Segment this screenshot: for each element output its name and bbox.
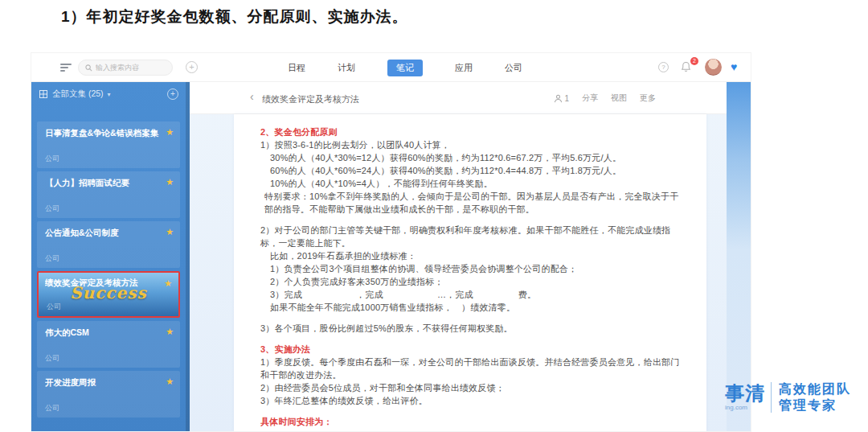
app-window: + 日程 计划 笔记 应用 公司 2 <box>31 52 751 432</box>
star-icon[interactable] <box>166 177 174 187</box>
back-icon[interactable] <box>250 90 254 103</box>
doc-line: 2）由经营委员会5位成员，对干部和全体同事给出绩效反馈； <box>260 381 684 394</box>
notebook-subtitle: 公司 <box>45 154 59 164</box>
notebook-item-great-csm[interactable]: 伟大的CSM 公司 <box>37 321 180 368</box>
nav-tabs: 日程 计划 笔记 应用 公司 <box>288 53 522 82</box>
members-count: 1 <box>564 94 569 103</box>
search-box[interactable] <box>78 60 173 76</box>
blank-line <box>260 335 684 343</box>
notification-badge: 2 <box>690 57 698 65</box>
notebook-item-announcements[interactable]: 公告通知&公司制度 公司 <box>37 221 180 268</box>
bell-icon <box>681 61 691 72</box>
doc-line: 3）年终汇总整体的绩效反馈，给出评价。 <box>260 394 684 407</box>
notebook-title: 公告通知&公司制度 <box>45 228 166 239</box>
doc-line: 如果不能全年不能完成1000万销售业绩指标， ）绩效清零。 <box>260 301 684 314</box>
tab-company[interactable]: 公司 <box>505 62 522 74</box>
doc-section-heading: 3、实施办法 <box>260 343 684 356</box>
view-button[interactable]: 视图 <box>611 93 627 104</box>
membership-heart-icon[interactable] <box>731 60 737 73</box>
brand-logo-tagline: 高效能团队 管理专家 <box>779 381 851 413</box>
brand-logo: 事清 ing.com 高效能团队 管理专家 <box>725 381 851 413</box>
brand-logo-domain: ing.com <box>725 404 765 412</box>
brand-tagline-line2: 管理专家 <box>779 397 851 413</box>
notebook-subtitle: 公司 <box>45 403 59 413</box>
doc-schedule-heading: 具体时间安排为： <box>260 415 684 428</box>
right-margin-strip <box>727 82 751 431</box>
doc-section-heading: 2、奖金包分配原则 <box>260 125 684 138</box>
brand-tagline-line1: 高效能团队 <box>779 381 851 397</box>
new-notebook-button[interactable]: + <box>167 88 178 100</box>
search-icon <box>85 64 92 72</box>
avatar[interactable] <box>705 59 722 76</box>
sidebar-header[interactable]: 全部文集 (25) + <box>31 82 190 106</box>
blank-line <box>260 407 684 415</box>
more-button[interactable]: 更多 <box>640 93 656 104</box>
tab-schedule[interactable]: 日程 <box>288 62 305 74</box>
doc-line: 30%的人（40人*30%=12人）获得60%的奖励，约为112*0.6=67.… <box>260 151 684 164</box>
chevron-down-icon <box>108 91 111 98</box>
notebook-title: 【人力】招聘面试纪要 <box>45 178 166 189</box>
search-input[interactable] <box>96 64 163 72</box>
notebook-subtitle: 公司 <box>47 302 61 312</box>
add-button[interactable]: + <box>186 61 198 73</box>
share-button[interactable]: 分享 <box>582 93 598 104</box>
menu-icon[interactable] <box>60 64 72 72</box>
notebook-item-bonus-assessment-selected[interactable]: Success 绩效奖金评定及考核方法 公司 <box>37 271 180 318</box>
notebook-subtitle: 公司 <box>45 353 59 364</box>
doc-line: 60%的人（40人*60%=24人）获得40%的奖励，约为112*0.4=44.… <box>260 164 684 177</box>
brand-logo-name: 事清 ing.com <box>725 383 765 412</box>
document-header: 绩效奖金评定及考核方法 1 分享 视图 更多 <box>190 82 727 114</box>
star-icon[interactable] <box>166 127 174 138</box>
notebook-subtitle: 公司 <box>45 253 59 264</box>
brand-logo-cn-text: 事清 <box>725 383 765 404</box>
doc-line: 3）完成 ，完成 …，完成 费。 <box>260 288 684 301</box>
notebook-item-hr-interviews[interactable]: 【人力】招聘面试纪要 公司 <box>37 171 180 218</box>
notebook-subtitle: 公司 <box>45 204 59 214</box>
person-icon <box>554 94 563 103</box>
doc-line: 1）季度反馈。每个季度由石磊和一琛，对全公司的干部给出面谈反馈。并结合经营委员会… <box>260 356 684 381</box>
notebook-title: 绩效奖金评定及考核方法 <box>45 278 166 289</box>
doc-line: 3）各个项目，股份比例超过5%的股东，不获得任何期权奖励。 <box>260 322 684 335</box>
notebook-title: 伟大的CSM <box>45 327 166 339</box>
document-toolbar: 1 分享 视图 更多 <box>554 82 656 114</box>
doc-line: 2）对于公司的部门主管等关键干部，明确责权利和年度考核标准。如果干部不能胜任，不… <box>260 224 684 249</box>
notebook-list: 日事清复盘&争论&错误档案集 公司 【人力】招聘面试纪要 公司 公告通知&公司制… <box>37 121 180 421</box>
app-main: 全部文集 (25) + 日事清复盘&争论&错误档案集 公司 【人力】招聘面试纪要… <box>31 82 751 431</box>
collections-title: 全部文集 (25) <box>52 88 104 100</box>
document-area: 绩效奖金评定及考核方法 1 分享 视图 更多 <box>190 82 751 431</box>
doc-line: 10%的人（40人*10%=4人），不能得到任何年终奖励。 <box>260 177 684 190</box>
document-title: 绩效奖金评定及考核方法 <box>262 93 359 105</box>
star-icon[interactable] <box>166 376 174 387</box>
blank-line <box>260 216 684 224</box>
doc-line: 2）个人负责完成好客来350万的业绩指标； <box>260 275 684 288</box>
notebooks-sidebar: 全部文集 (25) + 日事清复盘&争论&错误档案集 公司 【人力】招聘面试纪要… <box>31 82 190 431</box>
doc-line: 比如，2019年石磊承担的业绩标准： <box>260 249 684 262</box>
blank-line <box>260 314 684 322</box>
page-title: 1）年初定好奖金包数额、分配原则、实施办法。 <box>61 6 408 27</box>
star-icon[interactable] <box>166 327 174 337</box>
help-icon[interactable] <box>658 62 669 72</box>
doc-line: 特别要求：10%拿不到年终奖励的人，会倾向于是公司的干部。因为基层人员是否有产出… <box>260 190 684 216</box>
tab-plan[interactable]: 计划 <box>338 62 355 74</box>
notebook-item-dev-weekly[interactable]: 开发进度周报 公司 <box>37 371 180 418</box>
page: 1）年初定好奖金包数额、分配原则、实施办法。 + 日程 计划 笔记 应用 公司 <box>0 0 868 432</box>
members-button[interactable]: 1 <box>554 94 569 103</box>
brand-logo-divider <box>771 382 772 413</box>
collections-grid-icon <box>39 90 47 98</box>
app-topbar: + 日程 计划 笔记 应用 公司 2 <box>31 53 751 82</box>
tab-notes[interactable]: 笔记 <box>387 60 423 76</box>
tab-apps[interactable]: 应用 <box>455 62 473 74</box>
star-icon[interactable] <box>166 227 174 237</box>
doc-line: 1）负责全公司3个项目组整体的协调、领导经营委员会协调整个公司的配合； <box>260 262 684 275</box>
doc-line: 1）按照3-6-1的比例去划分，以团队40人计算， <box>260 138 684 151</box>
notebook-title: 日事清复盘&争论&错误档案集 <box>45 128 166 139</box>
notifications-button[interactable]: 2 <box>681 61 694 74</box>
topbar-right: 2 <box>658 53 751 82</box>
notebook-item-review-archive[interactable]: 日事清复盘&争论&错误档案集 公司 <box>37 121 180 168</box>
notebook-title: 开发进度周报 <box>45 377 166 389</box>
document-page[interactable]: 2、奖金包分配原则 1）按照3-6-1的比例去划分，以团队40人计算， 30%的… <box>234 114 706 431</box>
star-icon[interactable] <box>164 278 172 289</box>
